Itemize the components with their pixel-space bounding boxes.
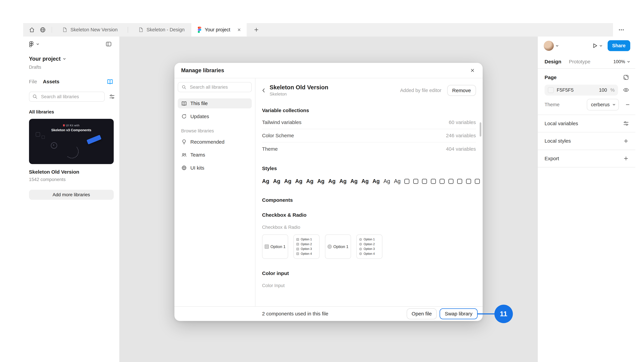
tab-prototype[interactable]: Prototype [569, 59, 590, 64]
local-styles-label: Local styles [544, 138, 571, 144]
more-options-icon [618, 26, 625, 33]
home-icon [28, 26, 35, 33]
library-title: Skeleton Old Version [270, 84, 328, 91]
text-style-sample: Ag [328, 178, 336, 184]
remove-button[interactable]: Remove [447, 85, 476, 96]
chevron-down-icon[interactable] [556, 44, 559, 47]
export-row[interactable]: Export [538, 150, 635, 168]
tab-assets[interactable]: Assets [43, 79, 59, 84]
dialog-footer: 2 components used in this file Open file… [174, 306, 483, 321]
tab-file[interactable]: File [29, 79, 37, 84]
close-tab-button[interactable] [236, 26, 242, 33]
dialog-content: Skeleton Old Version Skeleton Added by f… [256, 78, 483, 306]
page-color-field[interactable]: F5F5F5 100 % [544, 85, 618, 95]
option-label: Option 1 [334, 244, 348, 249]
color-swatch[interactable] [548, 87, 554, 93]
project-switcher[interactable]: Your project [29, 56, 113, 62]
text-style-sample: Ag [394, 178, 401, 184]
present-controls[interactable] [592, 42, 602, 49]
grid-style-swatch [457, 179, 462, 184]
zoom-level: 100% [613, 59, 625, 64]
plus-icon [254, 27, 259, 33]
toggle-sidebar-button[interactable] [103, 38, 114, 49]
library-thumbnail[interactable]: UI Kit with Skeleton v3 Components [29, 119, 114, 164]
component-preview-card: Option 1 [262, 234, 288, 259]
option-label: Option 2 [301, 243, 312, 246]
page-color-row: F5F5F5 100 % [544, 85, 630, 95]
nav-ui-kits[interactable]: UI kits [178, 163, 252, 173]
nav-teams[interactable]: Teams [178, 150, 252, 160]
library-search-field[interactable] [29, 92, 105, 102]
sidebar-search-row [29, 92, 113, 102]
annotation-badge: 11 [494, 305, 513, 323]
chevron-down-icon [599, 44, 602, 47]
file-icon [138, 27, 144, 32]
close-dialog-button[interactable] [468, 65, 478, 75]
new-tab-button[interactable] [251, 24, 262, 35]
eye-icon [623, 87, 629, 93]
radio-icon [328, 245, 332, 249]
dialog-header: Manage libraries [174, 63, 483, 78]
file-tab-skeleton-new-version[interactable]: Skeleton New Version [55, 23, 124, 36]
avatar[interactable] [544, 41, 554, 51]
swatches-button[interactable] [621, 73, 630, 82]
search-input[interactable] [40, 93, 102, 100]
theme-dropdown[interactable]: cerberus [587, 99, 619, 110]
scrollbar[interactable] [480, 122, 481, 137]
tab-design[interactable]: Design [544, 59, 561, 64]
main-menu-button[interactable] [28, 41, 40, 47]
swap-library-button[interactable]: Swap library [440, 308, 478, 319]
zoom-control[interactable]: 100% [613, 59, 630, 64]
open-file-button[interactable]: Open file [407, 308, 437, 319]
color-input-subtitle: Color Input [262, 283, 476, 288]
radio-icon [359, 252, 362, 255]
file-tab-your-project[interactable]: Your project [191, 23, 247, 36]
page-section: Page F5F5F5 100 % [538, 69, 635, 115]
grid-style-swatch [422, 179, 427, 184]
export-label: Export [544, 156, 559, 161]
open-variables-button[interactable] [621, 119, 630, 128]
dialog-nav: This file Updates Browse libraries Recom… [174, 78, 256, 306]
component-group-title: Checkbox & Radio [262, 212, 476, 218]
collection-count: 246 variables [446, 133, 476, 138]
nav-recommended[interactable]: Recommended [178, 137, 252, 147]
figma-logo-icon [197, 27, 202, 33]
dialog-search-input[interactable] [189, 84, 248, 90]
manage-libraries-dialog: Manage libraries This file Updates [174, 63, 483, 321]
local-styles-row[interactable]: Local styles [538, 132, 635, 150]
add-style-button[interactable] [621, 136, 630, 146]
home-button[interactable] [26, 24, 38, 35]
filter-sliders-icon [623, 120, 629, 127]
opacity-value[interactable]: 100 [599, 87, 607, 93]
nav-label: UI kits [190, 165, 204, 171]
filter-button[interactable] [109, 93, 115, 100]
back-button[interactable] [260, 86, 268, 95]
add-more-libraries-button[interactable]: Add more libraries [29, 190, 114, 200]
option-label: Option 3 [301, 247, 312, 251]
libraries-button[interactable] [107, 78, 113, 85]
nav-this-file[interactable]: This file [178, 98, 252, 108]
theme-value: cerberus [591, 102, 610, 107]
local-variables-row[interactable]: Local variables [538, 115, 635, 133]
remove-theme-button[interactable] [625, 102, 630, 108]
dialog-search-field[interactable] [178, 82, 252, 92]
file-tab-label: Skeleton New Version [70, 27, 118, 32]
add-export-button[interactable] [621, 154, 630, 163]
plus-icon [623, 138, 629, 144]
radio-icon [359, 243, 362, 246]
grid-style-swatch [413, 179, 418, 184]
nav-label: Teams [190, 152, 205, 158]
chevron-down-icon [627, 60, 630, 63]
file-tab-skeleton-design[interactable]: Skeleton - Design [132, 23, 191, 36]
visibility-toggle[interactable] [621, 85, 630, 95]
share-button[interactable]: Share [608, 40, 630, 51]
project-name: Your project [29, 56, 61, 62]
color-hex[interactable]: F5F5F5 [557, 87, 574, 93]
decoration-bar [86, 135, 101, 144]
community-button[interactable] [38, 24, 48, 35]
sidebar-top-row [23, 36, 119, 52]
more-options-button[interactable] [617, 26, 626, 33]
nav-updates[interactable]: Updates [178, 111, 252, 121]
library-header: Skeleton Old Version Skeleton Added by f… [262, 84, 476, 97]
close-icon [237, 27, 242, 32]
